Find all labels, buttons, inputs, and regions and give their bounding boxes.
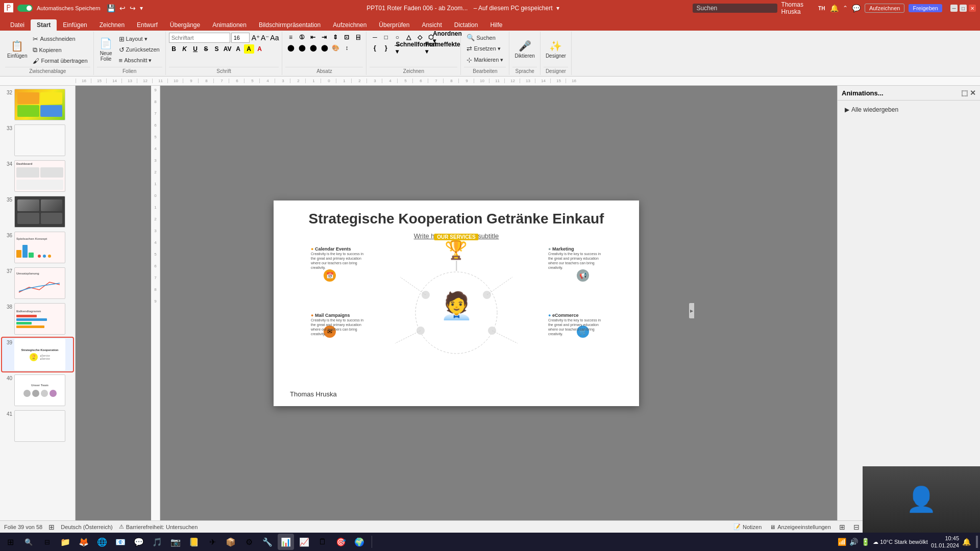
network-icon[interactable]: 📶 [838, 538, 846, 546]
app5-button[interactable]: 🗒 [314, 534, 331, 550]
neue-folie-button[interactable]: 📄 NeueFolie [97, 35, 115, 64]
layout-button[interactable]: ⊞ Layout ▾ [116, 34, 162, 44]
strikethrough-button[interactable]: S [201, 44, 211, 54]
diktieren-button[interactable]: 🎤 Diktieren [512, 35, 536, 64]
tab-aufzeichnen[interactable]: Aufzeichnen [327, 19, 373, 31]
ersetzen-button[interactable]: ⇄ Ersetzen ▾ [464, 44, 503, 54]
undo-icon[interactable]: ↩ [119, 4, 126, 12]
tab-einfuegen[interactable]: Einfügen [57, 19, 93, 31]
windows-start-button[interactable]: ⊞ [2, 534, 18, 550]
bold-button[interactable]: B [169, 44, 179, 54]
slide-thumb-41[interactable]: 41 [2, 409, 73, 443]
font-color-button[interactable]: A [233, 44, 243, 54]
panel-collapse-button[interactable]: ▶ [689, 303, 694, 318]
record-btn[interactable]: Aufzeichnen [865, 4, 905, 13]
slide-thumb-35[interactable]: 35 [2, 195, 73, 229]
tab-ansicht[interactable]: Ansicht [415, 19, 448, 31]
display-settings-button[interactable]: 🖥 Anzeigeeinstellungen [770, 524, 831, 530]
redo-icon[interactable]: ↪ [130, 4, 136, 12]
clear-format-button[interactable]: Aa [270, 34, 279, 42]
slide-thumb-32[interactable]: 32 [2, 88, 73, 121]
format-uebertragen-button[interactable]: 🖌 Format übertragen [30, 56, 90, 66]
shadow-button[interactable]: S [212, 44, 222, 54]
tab-animationen[interactable]: Animationen [206, 19, 253, 31]
play-all-button[interactable]: ▶ Alle wiedergeben [842, 105, 976, 115]
tab-zeichnen[interactable]: Zeichnen [93, 19, 131, 31]
font-name-input[interactable] [169, 33, 230, 43]
align-right-button[interactable]: ⬤ [308, 43, 318, 53]
sound-icon[interactable]: 🔊 [849, 538, 858, 546]
suchen-button[interactable]: 🔍 Suchen [464, 33, 498, 42]
comments-icon[interactable]: 💬 [852, 4, 861, 12]
chrome-button[interactable]: 🌐 [94, 534, 110, 550]
ausschneiden-button[interactable]: ✂ Ausschneiden [30, 34, 90, 44]
view-slide-sorter-button[interactable]: ⊟ [853, 523, 860, 531]
decrease-indent-button[interactable]: ⇤ [308, 33, 318, 42]
abschnitt-button[interactable]: ≡ Abschnitt ▾ [116, 56, 162, 65]
app6-button[interactable]: 🎯 [333, 534, 349, 550]
app7-button[interactable]: 🌍 [351, 534, 368, 550]
panel-close-icon[interactable]: ✕ [970, 89, 976, 97]
language-status[interactable]: Deutsch (Österreich) [61, 524, 112, 530]
char-spacing-button[interactable]: AV [223, 44, 233, 54]
columns-button[interactable]: ⊡ [341, 33, 352, 42]
maximize-button[interactable]: □ [960, 5, 967, 12]
bullets-button[interactable]: ≡ [285, 33, 296, 42]
weather-widget[interactable]: ☁ 10°C Stark bewölkt [873, 539, 928, 545]
camera-button[interactable]: 📷 [167, 534, 184, 550]
tab-hilfe[interactable]: Hilfe [484, 19, 508, 31]
battery-icon[interactable]: 🔋 [861, 538, 870, 546]
text-highlight-button[interactable]: 🎨 [330, 43, 340, 53]
numbered-list-button[interactable]: ① [297, 33, 307, 42]
search-input[interactable] [693, 4, 777, 13]
tab-ueberpruefen[interactable]: Überprüfen [373, 19, 415, 31]
align-left-button[interactable]: ⬤ [285, 43, 296, 53]
telegram-button[interactable]: ✈ [204, 534, 220, 550]
shape7[interactable]: { [370, 43, 380, 53]
smartart-button[interactable]: ⌸ [353, 33, 363, 42]
slide-info[interactable]: Folie 39 von 58 [4, 524, 42, 530]
share-btn[interactable]: Freigeben [909, 4, 942, 12]
underline-button[interactable]: U [190, 44, 201, 54]
accessibility-status[interactable]: ⚠ Barrierefreiheit: Untersuchen [119, 523, 198, 530]
excel-button[interactable]: 📈 [296, 534, 312, 550]
increase-indent-button[interactable]: ⇥ [319, 33, 329, 42]
app4-button[interactable]: 🔧 [259, 534, 276, 550]
markieren-button[interactable]: ⊹ Markieren ▾ [464, 55, 506, 65]
taskbar-clock[interactable]: 10:45 01.01.2024 [931, 535, 959, 549]
onenote-button[interactable]: 📒 [186, 534, 202, 550]
line-spacing-button[interactable]: ↕ [341, 43, 352, 53]
notes-button[interactable]: 📝 Notizen [733, 523, 762, 530]
designer-button[interactable]: ✨ Designer [544, 35, 568, 64]
taskview-button[interactable]: ⊟ [39, 534, 55, 550]
shape1[interactable]: ─ [370, 33, 380, 42]
italic-button[interactable]: K [180, 44, 190, 54]
decrease-font-button[interactable]: A⁻ [261, 34, 269, 42]
teams-button[interactable]: 💬 [131, 534, 147, 550]
ribbon-toggle-icon[interactable]: ⌃ [843, 5, 848, 12]
slide-thumb-39[interactable]: 39 Strategische Kooperation 🏆 ●Service●S… [2, 338, 73, 371]
slide-thumb-34[interactable]: 34 Dashboard [2, 159, 73, 193]
app3-button[interactable]: ⚙ [241, 534, 257, 550]
minimize-button[interactable]: ─ [950, 5, 958, 12]
slide-thumb-37[interactable]: 37 Umsatzplanung [2, 266, 73, 300]
shape8[interactable]: } [381, 43, 391, 53]
slide-thumb-40[interactable]: 40 Unser Team [2, 373, 73, 407]
taskbar-search-button[interactable]: 🔍 [20, 534, 37, 550]
highlight-button[interactable]: A [244, 44, 254, 54]
text-direction-button[interactable]: ⇕ [330, 33, 340, 42]
close-button[interactable]: ✕ [969, 5, 976, 12]
justify-button[interactable]: ⬤ [319, 43, 329, 53]
app2-button[interactable]: 📦 [223, 534, 239, 550]
tab-entwurf[interactable]: Entwurf [131, 19, 164, 31]
tab-uebergaenge[interactable]: Übergänge [164, 19, 206, 31]
powerpoint-taskbar-button[interactable]: 📊 [278, 534, 294, 550]
formeffekte-button[interactable]: Formeffekte ▾ [430, 43, 455, 53]
outlook-button[interactable]: 📧 [112, 534, 129, 550]
tab-start[interactable]: Start [31, 19, 57, 31]
explorer-button[interactable]: 📁 [57, 534, 74, 550]
increase-font-button[interactable]: A⁺ [252, 34, 260, 42]
slide-view-icon[interactable]: ⊞ [48, 523, 55, 531]
groove-music-button[interactable]: 🎵 [149, 534, 165, 550]
show-desktop-button[interactable] [976, 536, 978, 548]
